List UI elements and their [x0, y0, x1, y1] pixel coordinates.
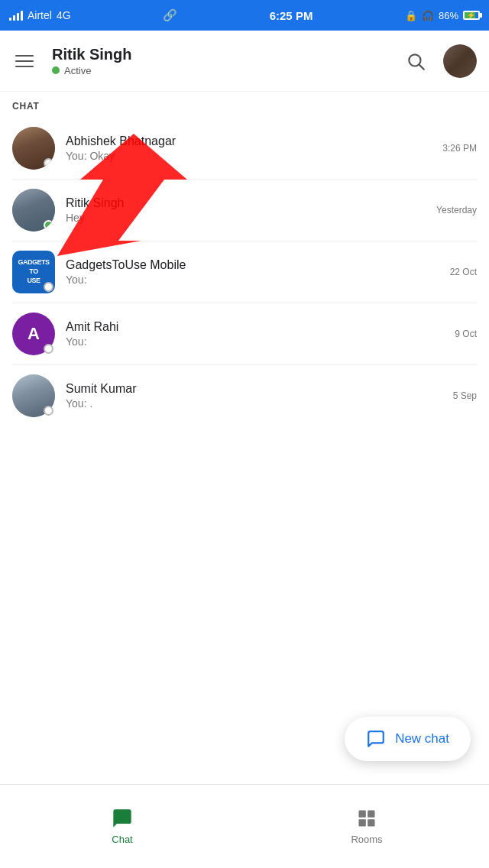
avatar-container-gadgets: GADGETSTOUSE: [12, 251, 55, 293]
signal-icon: [9, 10, 23, 21]
avatar-container-amit: A: [12, 313, 55, 355]
svg-rect-3: [359, 811, 366, 818]
chat-time-sumit: 5 Sep: [453, 390, 477, 401]
header-actions: [400, 44, 477, 78]
avatar-container-sumit: [12, 374, 55, 417]
chat-preview-gadgets: You:: [66, 274, 444, 286]
menu-line-1: [15, 55, 34, 57]
chat-info-amit: Amit Rahi You:: [66, 320, 449, 348]
chat-preview-ritik: Hey: [66, 212, 430, 224]
chat-name-abhishek: Abhishek Bhatnagar: [66, 134, 436, 148]
chat-name-amit: Amit Rahi: [66, 320, 449, 334]
battery-label: 86%: [439, 10, 458, 21]
chat-info-abhishek: Abhishek Bhatnagar You: Okay: [66, 134, 436, 162]
chat-nav-label: Chat: [112, 834, 132, 845]
link-icon: 🔗: [163, 8, 177, 22]
battery-icon: ⚡: [463, 11, 480, 20]
status-right: 🔒 🎧 86% ⚡: [405, 10, 480, 21]
chat-item-amit[interactable]: A Amit Rahi You: 9 Oct: [0, 303, 489, 364]
charging-icon: ⚡: [467, 11, 475, 19]
chat-preview-sumit: You: .: [66, 397, 447, 410]
avatar-abhishek: [12, 127, 55, 170]
carrier-label: Airtel: [28, 9, 52, 21]
chat-item-sumit[interactable]: Sumit Kumar You: . 5 Sep: [0, 365, 489, 426]
chat-bubble-icon: [366, 729, 386, 749]
headphone-icon: 🎧: [422, 10, 434, 21]
avatar-image: [443, 44, 477, 78]
offline-indicator-abhishek: [44, 158, 53, 168]
rooms-nav-label: Rooms: [351, 834, 382, 845]
chat-nav-icon: [112, 808, 133, 829]
header-status: Active: [52, 65, 400, 76]
chat-section-label: CHAT: [0, 92, 489, 118]
chat-icon: [112, 807, 133, 830]
chat-info-ritik: Ritik Singh Hey: [66, 196, 430, 224]
chat-list: Abhishek Bhatnagar You: Okay 3:26 PM Rit…: [0, 118, 489, 426]
offline-indicator-sumit: [44, 406, 53, 416]
rooms-nav-icon: [356, 808, 377, 829]
rooms-icon: [356, 807, 377, 830]
chat-name-gadgets: GadgetsToUse Mobile: [66, 258, 444, 272]
chat-info-gadgets: GadgetsToUse Mobile You:: [66, 258, 444, 286]
svg-rect-4: [368, 811, 374, 818]
new-chat-label: New chat: [395, 731, 449, 747]
chat-info-sumit: Sumit Kumar You: .: [66, 382, 447, 410]
active-status-text: Active: [64, 65, 91, 76]
chat-item-ritik[interactable]: Ritik Singh Hey Yesterday: [0, 180, 489, 241]
status-left: Airtel 4G: [9, 9, 71, 21]
chat-time-ritik: Yesterday: [436, 205, 477, 215]
chat-name-sumit: Sumit Kumar: [66, 382, 447, 396]
svg-rect-6: [368, 819, 374, 826]
header-title-area: Ritik Singh Active: [52, 46, 400, 76]
menu-button[interactable]: [12, 46, 43, 76]
chat-item-abhishek[interactable]: Abhishek Bhatnagar You: Okay 3:26 PM: [0, 118, 489, 179]
online-indicator-ritik: [44, 220, 53, 230]
user-avatar[interactable]: [443, 44, 477, 78]
nav-item-rooms[interactable]: Rooms: [244, 800, 489, 853]
offline-indicator-amit: [44, 344, 53, 354]
chat-name-ritik: Ritik Singh: [66, 196, 430, 210]
chat-preview-abhishek: You: Okay: [66, 150, 436, 162]
fab-container: New chat: [345, 717, 471, 761]
search-button[interactable]: [400, 46, 431, 76]
svg-line-1: [419, 64, 424, 69]
bottom-nav: Chat Rooms: [0, 784, 489, 868]
svg-rect-5: [359, 819, 366, 826]
chat-preview-amit: You:: [66, 335, 449, 348]
time-label: 6:25 PM: [270, 9, 313, 22]
active-status-dot: [52, 66, 60, 74]
offline-indicator-gadgets: [44, 282, 53, 292]
chat-time-gadgets: 22 Oct: [450, 267, 477, 277]
nav-item-chat[interactable]: Chat: [0, 800, 244, 853]
lock-icon: 🔒: [405, 10, 417, 21]
search-icon: [406, 51, 426, 71]
new-chat-button[interactable]: New chat: [345, 717, 471, 761]
chat-time-amit: 9 Oct: [455, 329, 477, 339]
app-header: Ritik Singh Active: [0, 31, 489, 92]
status-bar: Airtel 4G 🔗 6:25 PM 🔒 🎧 86% ⚡: [0, 0, 489, 31]
menu-line-2: [15, 60, 34, 62]
network-label: 4G: [57, 9, 71, 21]
header-name: Ritik Singh: [52, 46, 400, 63]
chat-time-abhishek: 3:26 PM: [442, 143, 477, 154]
chat-item-gadgets[interactable]: GADGETSTOUSE GadgetsToUse Mobile You: 22…: [0, 241, 489, 303]
menu-line-3: [15, 66, 34, 67]
avatar-ritik: [12, 189, 55, 232]
